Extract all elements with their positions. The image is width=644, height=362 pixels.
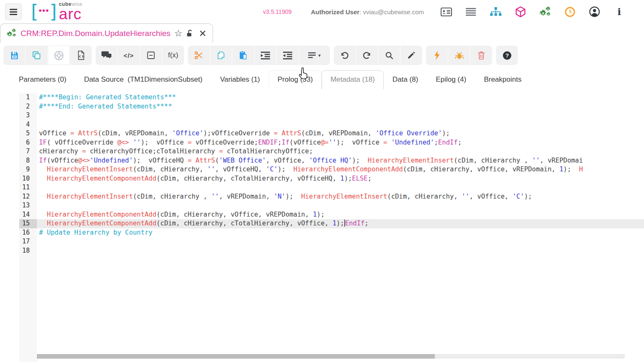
format-lines-dropdown-button[interactable]: ▾ — [299, 46, 330, 65]
line-number[interactable]: 15 — [19, 219, 37, 228]
copy-squares-icon — [32, 51, 41, 60]
star-icon[interactable]: ☆ — [174, 29, 183, 38]
line-number[interactable]: 18 — [19, 246, 37, 256]
unlock-icon[interactable] — [186, 29, 193, 37]
cut-button[interactable] — [188, 46, 210, 65]
lifebuoy-button[interactable] — [48, 46, 70, 65]
outdent-icon — [283, 52, 292, 59]
code-line[interactable]: 4 — [0, 120, 644, 129]
line-number[interactable]: 16 — [19, 228, 37, 238]
code-text: vOffice = AttrS(cDim, vREPDomain, 'Offic… — [37, 129, 644, 138]
tab-prolog[interactable]: Prolog (33) — [269, 70, 322, 89]
outdent-button[interactable] — [277, 46, 299, 65]
save-button[interactable] — [3, 46, 25, 65]
code-line[interactable]: 5vOffice = AttrS(cDim, vREPDomain, 'Offi… — [0, 129, 644, 138]
code-line[interactable]: 7cHierarchy = cHierarchyOffice;cTotalHie… — [0, 147, 644, 156]
logo-bracket-left: [ — [31, 4, 38, 19]
line-number[interactable]: 13 — [19, 201, 37, 210]
floppy-icon — [10, 51, 19, 60]
toolbar: </> f(x) — [0, 43, 644, 67]
line-number[interactable]: 11 — [19, 183, 37, 192]
file-code-button[interactable] — [70, 46, 92, 65]
hamburger-menu-button[interactable] — [5, 3, 22, 20]
line-number[interactable]: 7 — [19, 147, 37, 156]
copy-button[interactable] — [210, 46, 232, 65]
close-icon[interactable] — [200, 30, 206, 36]
authorized-user-label: Authorized User — [311, 8, 360, 16]
tab-breakpoints[interactable]: Breakpoints — [475, 70, 530, 89]
redo-button[interactable] — [356, 46, 378, 65]
lifebuoy-icon — [54, 50, 64, 61]
code-line[interactable]: 16# Update Hierarchy by Country — [0, 228, 644, 238]
tab-epilog[interactable]: Epilog (4) — [427, 70, 475, 89]
code-line[interactable]: 18 — [0, 246, 644, 256]
paste-icon — [239, 51, 247, 60]
code-line[interactable]: 6IF( vOfficeOverride @<> ''); vOffice = … — [0, 138, 644, 147]
code-line[interactable]: 1#****Begin: Generated Statements*** — [0, 93, 644, 102]
tab-data[interactable]: Data (8) — [384, 70, 427, 89]
code-line[interactable]: 10 HierarchyElementComponentAdd(cDim, cH… — [0, 174, 644, 184]
info-icon[interactable]: i — [613, 5, 626, 18]
code-line[interactable]: 3 — [0, 111, 644, 120]
line-number[interactable]: 2 — [19, 102, 37, 111]
paste-button[interactable] — [232, 46, 254, 65]
indent-button[interactable] — [254, 46, 276, 65]
tab-parameters[interactable]: Parameters (0) — [10, 70, 75, 89]
horizontal-scrollbar[interactable] — [37, 354, 625, 359]
line-number[interactable]: 14 — [19, 210, 37, 220]
clock-icon[interactable] — [564, 5, 576, 18]
list-icon[interactable] — [465, 5, 477, 18]
line-number[interactable]: 9 — [19, 165, 37, 174]
code-line[interactable]: 9 HierarchyElementInsert(cDim, cHierarch… — [0, 165, 644, 174]
sitemap-icon[interactable] — [489, 5, 502, 18]
line-number[interactable]: 1 — [19, 93, 37, 102]
cube-icon[interactable] — [514, 5, 527, 18]
collapse-button[interactable] — [140, 46, 162, 65]
code-line[interactable]: 15 HierarchyElementComponentAdd(cDim, cH… — [0, 219, 644, 228]
line-number[interactable]: 17 — [19, 237, 37, 246]
line-number[interactable]: 3 — [19, 111, 37, 120]
code-line[interactable]: 8If(vOffice@<>'Undefined'); vOfficeHQ = … — [0, 156, 644, 165]
code-button[interactable]: </> — [118, 46, 140, 65]
debug-button[interactable] — [448, 46, 470, 65]
logo-bracket-right: ] — [49, 4, 57, 19]
code-line[interactable]: 2#****End: Generated Statements**** — [0, 102, 644, 111]
comments-button[interactable] — [96, 46, 117, 65]
duplicate-button[interactable] — [26, 46, 47, 65]
document-tab[interactable]: CRM:REP.Dim.Domain.UpdateHierarchies ☆ — [0, 23, 213, 43]
editor-gutter-filler — [0, 255, 644, 362]
code-editor[interactable]: 1#****Begin: Generated Statements***2#**… — [0, 93, 644, 362]
code-line[interactable]: 14 HierarchyElementComponentAdd(cDim, cH… — [0, 210, 644, 220]
code-line[interactable]: 13 — [0, 201, 644, 210]
file-code-icon — [77, 51, 85, 60]
line-number[interactable]: 6 — [19, 138, 37, 147]
delete-button[interactable] — [470, 46, 492, 65]
cubewise-arc-logo: [ ••• ] cubewise arc — [31, 2, 82, 22]
code-text: HierarchyElementInsert(cDim, cHierarchy … — [37, 192, 644, 202]
line-number[interactable]: 8 — [19, 156, 37, 165]
tab-data-source[interactable]: Data Source (TM1DimensionSubset) — [75, 70, 211, 89]
authorized-user: Authorized User: vviau@cubewise.com — [311, 8, 424, 16]
user-icon[interactable] — [588, 5, 601, 18]
help-button[interactable]: ? — [496, 46, 518, 65]
indent-icon — [261, 52, 270, 59]
id-card-icon[interactable] — [440, 5, 452, 18]
tab-metadata[interactable]: Metadata (18) — [322, 70, 384, 89]
scrollbar-thumb[interactable] — [37, 354, 435, 359]
chevron-down-icon: ▾ — [318, 53, 321, 58]
section-tabs: Parameters (0) Data Source (TM1Dimension… — [0, 70, 644, 89]
undo-button[interactable] — [334, 46, 356, 65]
line-number[interactable]: 12 — [19, 192, 37, 202]
line-number[interactable]: 4 — [19, 120, 37, 129]
code-line[interactable]: 11 — [0, 183, 644, 192]
function-button[interactable]: f(x) — [162, 46, 184, 65]
edit-button[interactable] — [400, 46, 422, 65]
line-number[interactable]: 5 — [19, 129, 37, 138]
search-button[interactable] — [378, 46, 400, 65]
run-button[interactable] — [426, 46, 448, 65]
code-line[interactable]: 17 — [0, 237, 644, 246]
tab-variables[interactable]: Variables (1) — [211, 70, 269, 89]
code-line[interactable]: 12 HierarchyElementInsert(cDim, cHierarc… — [0, 192, 644, 202]
gears-icon[interactable] — [539, 5, 551, 18]
line-number[interactable]: 10 — [19, 174, 37, 184]
